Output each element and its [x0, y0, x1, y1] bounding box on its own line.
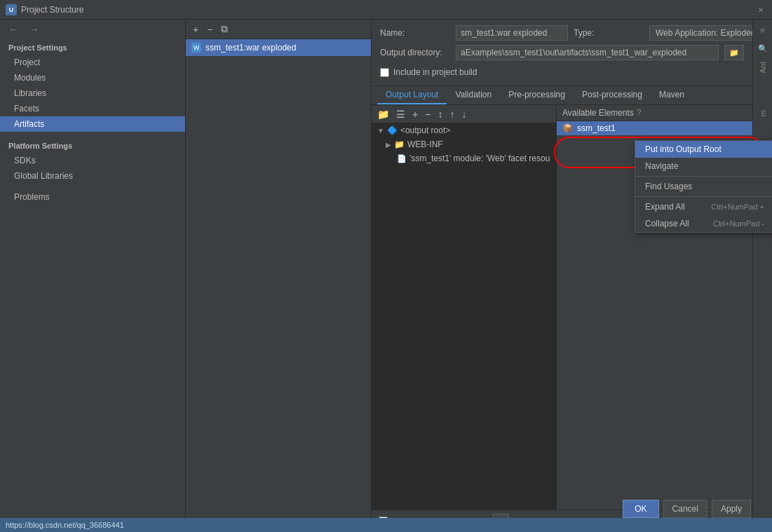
sidebar-item-modules[interactable]: Modules [0, 70, 185, 86]
close-button[interactable]: × [755, 4, 766, 15]
title-bar: U Project Structure × [0, 0, 772, 20]
tab-validation[interactable]: Validation [447, 86, 500, 104]
context-menu-expand-all[interactable]: Expand All Ctrl+NumPad + [635, 198, 772, 215]
context-menu-put-into-output-root[interactable]: Put into Output Root [635, 141, 772, 158]
right-panel: ≡ 🔍 Ant m [752, 20, 772, 532]
include-build-row: Include in project build [380, 64, 744, 80]
sidebar-nav-bar: ← → [0, 20, 185, 39]
tree-item-ssm-facet-label: 'ssm_test1' module: 'Web' facet resou [409, 154, 550, 163]
tree-up-button[interactable]: ↑ [447, 107, 457, 121]
available-elements-label: Available Elements [562, 108, 634, 118]
tree-item-web-inf-label: WEB-INF [407, 139, 443, 149]
nav-forward-button[interactable]: → [27, 22, 42, 36]
config-header: Name: Type: Web Application: Exploded Ou… [372, 20, 752, 86]
config-panel: Name: Type: Web Application: Exploded Ou… [372, 20, 752, 532]
tree-item-output-root-label: <output root> [400, 125, 450, 135]
right-panel-icons-btn[interactable]: ≡ [755, 22, 771, 38]
sidebar-item-problems[interactable]: Problems [0, 189, 185, 205]
context-menu-navigate[interactable]: Navigate [635, 158, 772, 175]
tree-item-web-inf[interactable]: ▶ 📁 WEB-INF [372, 137, 556, 151]
type-label: Type: [574, 28, 644, 38]
tree-item-ssm-facet[interactable]: 📄 'ssm_test1' module: 'Web' facet resou [372, 151, 556, 165]
expand-all-label: Expand All [645, 202, 685, 212]
navigate-label: Navigate [645, 161, 678, 171]
status-url: https://blog.csdn.net/qq_36686441 [6, 521, 124, 529]
file-icon-ssm-facet: 📄 [397, 154, 407, 163]
sidebar: ← → Project Settings Project Modules Lib… [0, 20, 186, 532]
project-settings-header: Project Settings [0, 39, 185, 55]
tree-add-button[interactable]: + [409, 107, 421, 121]
main-layout: ← → Project Settings Project Modules Lib… [0, 20, 772, 532]
split-layout: + − ⧉ W ssm_test1:war exploded Name: Typ… [186, 20, 752, 532]
artifact-list-panel: + − ⧉ W ssm_test1:war exploded [186, 20, 372, 532]
context-menu-collapse-all[interactable]: Collapse All Ctrl+NumPad - [635, 215, 772, 232]
name-label: Name: [380, 28, 450, 38]
artifact-icon: W [191, 43, 201, 53]
output-tree-panel: 📁 ☰ + − ↕ ↑ ↓ ▼ 🔷 <output root> [372, 105, 556, 510]
sidebar-item-facets[interactable]: Facets [0, 101, 185, 116]
context-menu-find-usages[interactable]: Find Usages [635, 178, 772, 195]
include-build-checkbox[interactable] [380, 68, 389, 77]
folder-icon-web-inf: 📁 [394, 139, 405, 149]
bottom-action-bar: OK Cancel Apply [623, 500, 751, 518]
module-icon: 📦 [562, 123, 573, 133]
artifact-item-label: ssm_test1:war exploded [205, 43, 296, 53]
name-row: Name: Type: Web Application: Exploded [380, 25, 744, 41]
remove-artifact-button[interactable]: − [204, 22, 215, 36]
right-panel-search-btn[interactable]: 🔍 [755, 41, 771, 56]
tab-post-processing[interactable]: Post-processing [574, 86, 651, 104]
output-tree-toolbar: 📁 ☰ + − ↕ ↑ ↓ [372, 105, 556, 123]
sidebar-item-global-libraries[interactable]: Global Libraries [0, 168, 185, 184]
nav-back-button[interactable]: ← [6, 22, 21, 36]
output-dir-row: Output directory: 📁 [380, 45, 744, 60]
tab-pre-processing[interactable]: Pre-processing [500, 86, 574, 104]
title-bar-text: Project Structure [21, 5, 83, 15]
output-dir-input[interactable] [456, 45, 719, 60]
ant-label[interactable]: Ant [759, 59, 767, 76]
output-dir-label: Output directory: [380, 48, 450, 57]
context-menu-separator-1 [635, 176, 772, 177]
expand-all-shortcut: Ctrl+NumPad + [711, 203, 764, 211]
expand-arrow-web-inf: ▶ [386, 141, 391, 149]
collapse-all-label: Collapse All [645, 219, 689, 229]
browse-output-dir-button[interactable]: 📁 [724, 45, 744, 60]
tree-remove-button[interactable]: − [422, 107, 433, 121]
content-area: + − ⧉ W ssm_test1:war exploded Name: Typ… [186, 20, 752, 532]
tab-output-layout[interactable]: Output Layout [377, 86, 447, 104]
find-usages-label: Find Usages [645, 182, 692, 191]
context-menu: Put into Output Root Navigate Find Usage… [635, 140, 772, 233]
tree-down-button[interactable]: ↓ [459, 107, 469, 121]
artifact-item-war-exploded[interactable]: W ssm_test1:war exploded [186, 39, 371, 56]
ok-button[interactable]: OK [623, 500, 658, 518]
copy-artifact-button[interactable]: ⧉ [218, 22, 231, 36]
available-item-label: ssm_test1 [577, 123, 616, 133]
platform-settings-header: Platform Settings [0, 137, 185, 153]
collapse-all-shortcut: Ctrl+NumPad - [713, 219, 764, 228]
app-icon: U [6, 4, 17, 15]
output-root-icon: 🔷 [387, 125, 398, 135]
artifact-list-toolbar: + − ⧉ [186, 20, 371, 39]
sidebar-item-libraries[interactable]: Libraries [0, 86, 185, 101]
sidebar-item-sdks[interactable]: SDKs [0, 153, 185, 168]
available-header: Available Elements ? [557, 105, 752, 121]
put-into-output-root-label: Put into Output Root [645, 144, 722, 154]
status-bar: https://blog.csdn.net/qq_36686441 [0, 518, 772, 532]
sidebar-item-project[interactable]: Project [0, 55, 185, 70]
available-item-ssm-test1[interactable]: 📦 ssm_test1 [557, 121, 752, 135]
sidebar-item-artifacts[interactable]: Artifacts [0, 116, 185, 132]
add-artifact-button[interactable]: + [190, 22, 201, 36]
cancel-button[interactable]: Cancel [663, 500, 707, 518]
tabs-bar: Output Layout Validation Pre-processing … [372, 86, 752, 105]
help-icon: ? [637, 108, 642, 118]
context-menu-separator-2 [635, 196, 772, 197]
tab-maven[interactable]: Maven [651, 86, 693, 104]
name-input[interactable] [456, 25, 568, 41]
expand-arrow-output-root: ▼ [377, 127, 384, 135]
apply-button[interactable]: Apply [712, 500, 751, 518]
tree-list-button[interactable]: ☰ [393, 107, 408, 121]
maven-label[interactable]: m [759, 107, 767, 119]
tree-item-output-root[interactable]: ▼ 🔷 <output root> [372, 123, 556, 137]
include-build-label: Include in project build [393, 67, 477, 77]
tree-folder-button[interactable]: 📁 [374, 107, 392, 121]
tree-sort-button[interactable]: ↕ [435, 107, 445, 121]
